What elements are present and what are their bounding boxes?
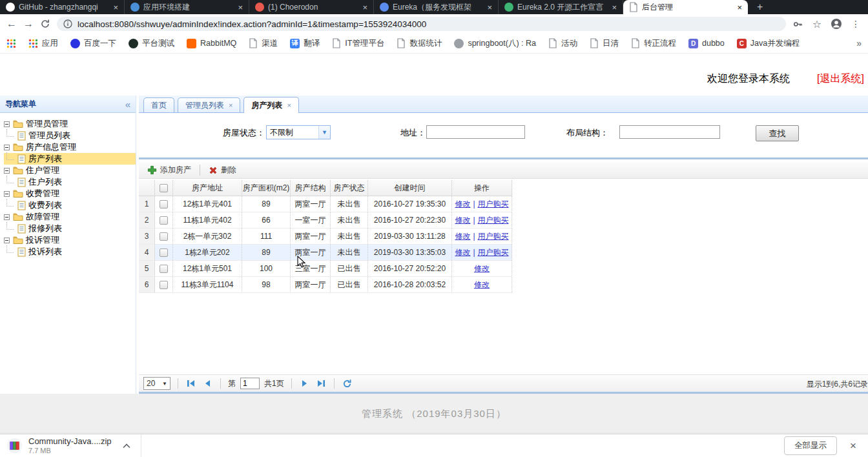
info-icon[interactable]: [63, 19, 72, 28]
bookmark-star-icon[interactable]: ☆: [812, 18, 822, 30]
row-checkbox[interactable]: [160, 216, 168, 225]
page-number-input[interactable]: [240, 378, 260, 389]
back-icon[interactable]: ←: [6, 19, 17, 29]
bookmark-item[interactable]: Ddubbo: [688, 39, 725, 48]
bookmark-item[interactable]: 日清: [590, 38, 619, 49]
row-checkbox[interactable]: [160, 281, 168, 289]
tree-collapse-icon[interactable]: [4, 145, 10, 150]
tree-item[interactable]: 报修列表: [4, 223, 136, 234]
tab-close-icon[interactable]: ×: [113, 3, 118, 12]
browser-tab[interactable]: Eureka 2.0 开源工作宣言×: [499, 0, 623, 14]
tab-close-icon[interactable]: ×: [238, 3, 243, 12]
prev-page-icon[interactable]: [202, 378, 213, 389]
tab-close-icon[interactable]: ×: [737, 3, 742, 12]
show-all-downloads-button[interactable]: 全部显示: [784, 436, 837, 455]
content-tab[interactable]: 房产列表×: [243, 97, 298, 113]
bookmark-item[interactable]: 转正流程: [631, 38, 676, 49]
action-link[interactable]: 修改: [455, 247, 470, 258]
tree-group[interactable]: 故障管理: [4, 211, 136, 223]
tree-item[interactable]: 房产列表: [4, 153, 136, 165]
last-page-icon[interactable]: [315, 378, 327, 389]
add-property-button[interactable]: 添加房产: [143, 163, 195, 178]
column-header[interactable]: 房产状态: [331, 180, 368, 196]
table-row[interactable]: 112栋1单元40189两室一厅未出售2016-10-27 19:35:30修改…: [139, 196, 868, 212]
bookmark-item[interactable]: 活动: [548, 38, 577, 49]
tree-collapse-icon[interactable]: [4, 238, 10, 243]
table-row[interactable]: 512栋1单元501100三室一厅已出售2016-10-27 20:52:20修…: [139, 261, 868, 277]
browser-tab[interactable]: 后台管理×: [623, 0, 748, 14]
bookmark-item[interactable]: 应用: [28, 38, 58, 49]
menu-dots-icon[interactable]: ⋮: [851, 19, 860, 29]
action-link[interactable]: 修改: [474, 263, 490, 274]
action-link[interactable]: 用户购买: [478, 199, 509, 210]
tab-close-icon[interactable]: ×: [229, 101, 232, 109]
column-header[interactable]: 创建时间: [368, 180, 452, 196]
tree-group[interactable]: 收费管理: [4, 188, 136, 199]
tree-item[interactable]: 投诉列表: [4, 246, 136, 258]
tree-collapse-icon[interactable]: [4, 214, 10, 220]
action-link[interactable]: 用户购买: [478, 215, 509, 226]
tree-group[interactable]: 投诉管理: [4, 234, 136, 246]
action-link[interactable]: 用户购买: [478, 247, 509, 258]
column-header[interactable]: 房产结构: [291, 180, 331, 196]
key-icon[interactable]: [792, 19, 803, 30]
select-all-checkbox[interactable]: [160, 184, 168, 192]
url-bar[interactable]: localhost:8080/sshwuye/adminIndex!index.…: [57, 17, 786, 31]
bookmark-item[interactable]: IT管理平台: [332, 38, 384, 49]
bookmark-item[interactable]: CJava并发编程: [737, 38, 800, 49]
bookmark-item[interactable]: springboot(八) : Ra: [454, 38, 536, 49]
bookmark-item[interactable]: 数据统计: [397, 38, 442, 49]
browser-tab[interactable]: GitHub - zhangzhangqi×: [0, 0, 125, 14]
forward-icon[interactable]: →: [23, 19, 34, 29]
table-row[interactable]: 32栋一单元302111两室一厅未出售2019-03-30 13:11:28修改…: [139, 228, 868, 245]
refresh-icon[interactable]: [342, 378, 353, 389]
chevron-down-icon[interactable]: ▼: [318, 126, 330, 139]
table-row[interactable]: 611栋3单元110498两室一厅已出售2016-10-28 20:03:52修…: [139, 277, 868, 293]
column-header[interactable]: 房产面积(m2): [242, 180, 291, 196]
status-select[interactable]: 不限制 ▼: [266, 125, 331, 139]
profile-avatar-icon[interactable]: [831, 18, 842, 30]
tree-item[interactable]: 收费列表: [4, 199, 136, 211]
action-link[interactable]: 用户购买: [478, 231, 509, 242]
reload-icon[interactable]: [40, 19, 50, 29]
tree-item[interactable]: 住户列表: [4, 176, 136, 188]
browser-tab[interactable]: 应用环境搭建×: [125, 0, 249, 14]
new-tab-button[interactable]: +: [748, 0, 772, 14]
tree-collapse-icon[interactable]: [4, 191, 10, 197]
tab-close-icon[interactable]: ×: [612, 3, 617, 12]
table-row[interactable]: 211栋1单元40266一室一厅未出售2016-10-27 20:22:30修改…: [139, 212, 868, 228]
bookmark-item[interactable]: 渠道: [249, 38, 278, 49]
bookmarks-overflow-icon[interactable]: »: [856, 38, 862, 48]
content-tab[interactable]: 首页: [143, 97, 174, 112]
tab-close-icon[interactable]: ×: [287, 101, 291, 109]
chevron-up-icon[interactable]: [123, 443, 130, 449]
row-checkbox[interactable]: [160, 232, 168, 241]
row-checkbox[interactable]: [160, 265, 168, 273]
table-row[interactable]: 41栋2单元20289两室一厅未出售2019-03-30 13:35:03修改|…: [139, 245, 868, 261]
action-link[interactable]: 修改: [455, 215, 470, 226]
bookmark-item[interactable]: RabbitMQ: [187, 39, 236, 48]
address-input[interactable]: [426, 125, 525, 139]
tree-group[interactable]: 房产信息管理: [4, 141, 136, 153]
browser-tab[interactable]: (1) Choerodon×: [249, 0, 374, 14]
action-link[interactable]: 修改: [455, 199, 470, 210]
column-header[interactable]: 操作: [452, 180, 512, 196]
row-checkbox[interactable]: [160, 249, 168, 257]
next-page-icon[interactable]: [299, 378, 311, 389]
row-checkbox[interactable]: [160, 200, 168, 208]
find-button[interactable]: 查找: [756, 125, 799, 141]
action-link[interactable]: 修改: [455, 231, 470, 242]
action-link[interactable]: 修改: [474, 279, 490, 290]
bookmark-item[interactable]: 平台测试: [129, 38, 174, 49]
apps-grid-icon[interactable]: [6, 39, 16, 48]
tab-close-icon[interactable]: ×: [362, 3, 367, 12]
column-header[interactable]: 房产地址: [173, 180, 242, 196]
logout-link[interactable]: [退出系统]: [817, 72, 864, 86]
content-tab[interactable]: 管理员列表×: [178, 97, 240, 112]
bookmark-item[interactable]: 译翻译: [290, 38, 320, 49]
tab-close-icon[interactable]: ×: [487, 3, 492, 12]
close-download-bar-icon[interactable]: ×: [843, 440, 862, 452]
layout-input[interactable]: [619, 125, 720, 139]
browser-tab[interactable]: Eureka（服务发现框架×: [374, 0, 499, 14]
collapse-sidebar-icon[interactable]: «: [125, 99, 130, 110]
